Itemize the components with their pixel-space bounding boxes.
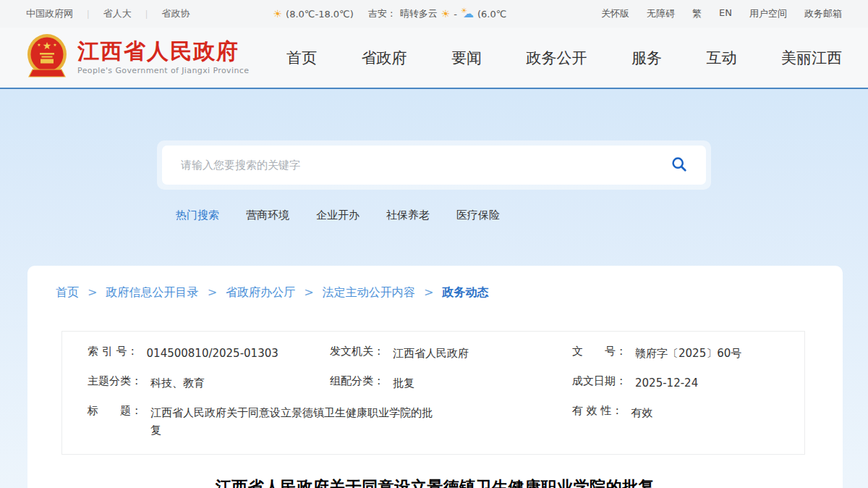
content-card: 首页 > 政府信息公开目录 > 省政府办公厅 > 法定主动公开内容 > 政务动态… (27, 266, 843, 488)
weather-condition: 晴转多云 (400, 7, 438, 20)
search-box (162, 146, 706, 185)
hot-search-enterprise-setup[interactable]: 企业开办 (316, 209, 359, 222)
national-emblem-icon: ★ ★ ★ (26, 33, 68, 83)
weather-city: 吉安： (368, 7, 396, 20)
meta-document-title: 标 题： 江西省人民政府关于同意设立景德镇卫生健康职业学院的批复 (88, 404, 572, 440)
nav-beautiful-jiangxi[interactable]: 美丽江西 (781, 48, 842, 68)
main-nav: 首页 省政府 要闻 政务公开 服务 互动 美丽江西 (286, 48, 842, 68)
meta-group-label: 组配分类： (330, 374, 384, 388)
link-provincial-cppcc[interactable]: 省政协 (162, 7, 190, 20)
link-english[interactable]: EN (719, 7, 732, 20)
meta-row-1: 索 引 号： 014500810/2025-01303 发文机关： 江西省人民政… (62, 339, 804, 369)
svg-text:★: ★ (37, 42, 41, 47)
meta-index-number: 索 引 号： 014500810/2025-01303 (88, 345, 330, 363)
link-care-version[interactable]: 关怀版 (601, 7, 629, 20)
meta-topic-category: 主题分类： 科技、教育 (88, 374, 330, 392)
breadcrumb-separator: > (208, 285, 217, 299)
weather-temp-range: (8.0℃-18.0℃) (286, 9, 354, 20)
search-button[interactable] (671, 156, 687, 174)
nav-home[interactable]: 首页 (286, 48, 317, 68)
document-metadata-table: 索 引 号： 014500810/2025-01303 发文机关： 江西省人民政… (61, 331, 805, 455)
hot-search-medical-insurance[interactable]: 医疗保险 (456, 209, 500, 222)
meta-index-label: 索 引 号： (88, 345, 138, 358)
link-user-space[interactable]: 用户空间 (749, 7, 787, 20)
hot-search-row: 热门搜索 营商环境 企业开办 社保养老 医疗保险 (157, 209, 711, 222)
meta-issuer-value: 江西省人民政府 (393, 345, 469, 363)
meta-topic-label: 主题分类： (88, 374, 142, 388)
meta-issuing-agency: 发文机关： 江西省人民政府 (330, 345, 572, 363)
topbar-utility-links: 关怀版 无障碍 繁 EN 用户空间 政务邮箱 (601, 7, 842, 20)
link-china-gov[interactable]: 中国政府网 (26, 7, 73, 20)
meta-validity: 有 效 性： 有效 (572, 404, 804, 440)
nav-services[interactable]: 服务 (631, 48, 662, 68)
weather-widget: ☀ (8.0℃-18.0℃) 吉安： 晴转多云 ☀ - ☀☁ (6.0℃ (273, 7, 507, 20)
svg-text:★: ★ (43, 40, 52, 51)
top-utility-bar: 中国政府网 ｜ 省人大 ｜ 省政协 ☀ (8.0℃-18.0℃) 吉安： 晴转多… (0, 0, 868, 28)
meta-row-3: 标 题： 江西省人民政府关于同意设立景德镇卫生健康职业学院的批复 有 效 性： … (62, 398, 804, 446)
partly-cloudy-icon: ☀☁ (461, 8, 474, 20)
meta-title-value: 江西省人民政府关于同意设立景德镇卫生健康职业学院的批复 (150, 404, 434, 440)
nav-interaction[interactable]: 互动 (707, 48, 737, 68)
hot-search-business-environment[interactable]: 营商环境 (246, 209, 289, 222)
sun-icon: ☀ (273, 8, 283, 20)
breadcrumb-separator: > (304, 285, 313, 299)
hot-search-social-security[interactable]: 社保养老 (386, 209, 430, 222)
meta-issuer-label: 发文机关： (330, 345, 384, 358)
meta-docno-value: 赣府字〔2025〕60号 (635, 345, 741, 363)
meta-date-label: 成文日期： (572, 374, 626, 388)
nav-provincial-government[interactable]: 省政府 (362, 48, 407, 68)
link-provincial-peoples-congress[interactable]: 省人大 (103, 7, 132, 20)
search-input[interactable] (181, 159, 671, 172)
hero-section: 热门搜索 营商环境 企业开办 社保养老 医疗保险 首页 > 政府信息公开目录 >… (0, 89, 868, 488)
breadcrumb-home[interactable]: 首页 (56, 285, 79, 299)
breadcrumb-current-gov-dynamics: 政务动态 (442, 285, 488, 299)
meta-title-label: 标 题： (88, 404, 142, 418)
site-subtitle: People's Government of Jiangxi Province (77, 66, 249, 75)
nav-news[interactable]: 要闻 (451, 48, 482, 68)
nav-gov-affairs-disclosure[interactable]: 政务公开 (527, 48, 587, 68)
hot-search-label: 热门搜索 (176, 209, 219, 222)
meta-issue-date: 成文日期： 2025-12-24 (572, 374, 804, 392)
site-logo[interactable]: ★ ★ ★ 江西省人民政府 People's Government of Jia… (26, 33, 249, 83)
site-title: 江西省人民政府 (77, 40, 249, 63)
sun-icon: ☀ (441, 8, 451, 20)
topbar-links: 中国政府网 ｜ 省人大 ｜ 省政协 (26, 7, 190, 20)
link-accessibility[interactable]: 无障碍 (647, 7, 675, 20)
meta-topic-value: 科技、教育 (150, 374, 205, 392)
breadcrumb-separator: > (88, 285, 97, 299)
meta-index-value: 014500810/2025-01303 (147, 345, 278, 363)
meta-date-value: 2025-12-24 (635, 374, 698, 392)
weather-dash: - (454, 9, 457, 20)
topbar-divider: ｜ (84, 8, 93, 20)
meta-row-2: 主题分类： 科技、教育 组配分类： 批复 成文日期： 2025-12-24 (62, 369, 804, 398)
svg-text:★: ★ (53, 42, 56, 47)
meta-valid-label: 有 效 性： (572, 404, 623, 418)
meta-group-category: 组配分类： 批复 (330, 374, 572, 392)
article-title: 江西省人民政府关于同意设立景德镇卫生健康职业学院的批复 (27, 476, 843, 488)
link-traditional-chinese[interactable]: 繁 (692, 7, 702, 20)
breadcrumb-statutory-disclosure[interactable]: 法定主动公开内容 (323, 285, 415, 299)
link-gov-mailbox[interactable]: 政务邮箱 (804, 7, 842, 20)
site-header: ★ ★ ★ 江西省人民政府 People's Government of Jia… (0, 28, 868, 89)
topbar-divider: ｜ (142, 8, 151, 20)
breadcrumb-info-disclosure-catalog[interactable]: 政府信息公开目录 (106, 285, 199, 299)
meta-document-number: 文 号： 赣府字〔2025〕60号 (572, 345, 804, 363)
meta-group-value: 批复 (393, 374, 414, 392)
brand-text: 江西省人民政府 People's Government of Jiangxi P… (77, 40, 249, 76)
breadcrumb-separator: > (424, 285, 433, 299)
meta-valid-value: 有效 (631, 404, 653, 422)
search-icon (671, 156, 687, 174)
breadcrumb-general-office[interactable]: 省政府办公厅 (226, 285, 295, 299)
breadcrumb: 首页 > 政府信息公开目录 > 省政府办公厅 > 法定主动公开内容 > 政务动态 (56, 285, 843, 300)
weather-temp-2: (6.0℃ (477, 9, 506, 20)
search-container (157, 140, 711, 190)
meta-docno-label: 文 号： (572, 345, 626, 358)
